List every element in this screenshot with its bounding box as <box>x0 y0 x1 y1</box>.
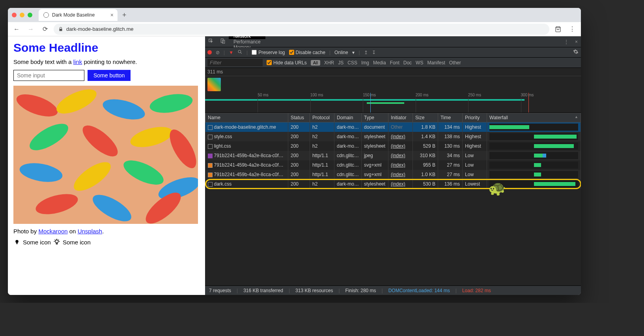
filter-type-media[interactable]: Media <box>373 60 386 66</box>
network-table: NameStatusProtocolDomainTypeInitiatorSiz… <box>205 113 581 285</box>
source-link[interactable]: Unsplash <box>78 228 103 235</box>
column-type[interactable]: Type <box>362 113 388 122</box>
filter-bar: Hide data URLs All XHRJSCSSImgMediaFontD… <box>205 58 581 68</box>
network-toolbar: ⊘ | ▼ | Preserve log Disable cache | Onl… <box>205 47 581 58</box>
icon-row: Some icon Some icon <box>13 238 200 246</box>
status-load: Load: 282 ms <box>462 288 491 293</box>
clear-button[interactable]: ⊘ <box>216 50 220 55</box>
tab-title: Dark Mode Baseline <box>52 12 95 18</box>
status-resources: 313 KB resources <box>295 288 333 293</box>
extensions-button[interactable] <box>553 24 564 35</box>
hero-image <box>13 86 198 224</box>
timeline[interactable]: 50 ms100 ms150 ms200 ms250 ms300 ms <box>205 93 581 113</box>
filter-type-img[interactable]: Img <box>361 60 369 66</box>
svg-rect-19 <box>56 243 57 244</box>
upload-har-icon[interactable]: ↥ <box>364 50 368 55</box>
timeline-tick: 100 ms <box>310 93 323 97</box>
lightbulb-icon <box>13 238 21 246</box>
network-row[interactable]: light.css200h2dark-mo…stylesheet(index)5… <box>205 141 581 151</box>
devtools-more-icon[interactable]: ⋮ <box>561 39 572 45</box>
author-link[interactable]: Mockaroon <box>38 228 67 235</box>
page-content: Some Headline Some body text with a link… <box>8 36 205 295</box>
filmstrip-thumb[interactable] <box>207 78 221 91</box>
url-text: dark-mode-baseline.glitch.me <box>66 26 134 32</box>
timeline-tick: 300 ms <box>521 93 534 97</box>
close-window-button[interactable] <box>12 13 17 17</box>
column-protocol[interactable]: Protocol <box>310 113 334 122</box>
reload-button[interactable]: ⟳ <box>39 24 50 35</box>
devtools-tab-performance[interactable]: Performance <box>229 39 265 45</box>
browser-tab[interactable]: Dark Mode Baseline × <box>39 9 118 21</box>
filter-toggle-icon[interactable]: ▼ <box>229 50 233 55</box>
window-controls <box>12 13 32 17</box>
menu-button[interactable]: ⋮ <box>567 24 578 35</box>
disable-cache-checkbox[interactable]: Disable cache <box>289 50 325 55</box>
status-finish: Finish: 280 ms <box>345 288 376 293</box>
network-row[interactable]: dark.css200h2dark-mo…stylesheet(index)53… <box>205 179 581 189</box>
column-domain[interactable]: Domain <box>334 113 362 122</box>
svg-point-16 <box>15 240 19 243</box>
back-button[interactable]: ← <box>11 24 22 35</box>
svg-rect-17 <box>17 243 18 244</box>
devtools-close-icon[interactable]: × <box>572 39 581 45</box>
timeline-tick: 150 ms <box>363 93 376 97</box>
column-size[interactable]: Size <box>413 113 438 122</box>
body-link[interactable]: link <box>73 58 82 65</box>
timeline-tick: 250 ms <box>468 93 481 97</box>
device-toggle-icon[interactable] <box>217 38 229 45</box>
column-time[interactable]: Time <box>438 113 463 122</box>
globe-icon <box>43 12 49 18</box>
new-tab-button[interactable]: + <box>122 11 127 19</box>
forward-button[interactable]: → <box>25 24 36 35</box>
minimize-window-button[interactable] <box>20 13 24 17</box>
browser-chrome: Dark Mode Baseline × + ← → ⟳ dark-mode-b… <box>8 8 581 36</box>
body-text: Some body text with a link pointing to n… <box>13 58 200 65</box>
hide-data-urls-checkbox[interactable]: Hide data URLs <box>267 60 307 66</box>
network-row[interactable]: 791b2241-459b-4a2e-8cca-c0fdc2…200http/1… <box>205 151 581 160</box>
column-initiator[interactable]: Initiator <box>388 113 413 122</box>
network-row[interactable]: style.css200h2dark-mo…stylesheet(index)1… <box>205 132 581 141</box>
network-row[interactable]: dark-mode-baseline.glitch.me200h2dark-mo… <box>205 122 581 132</box>
timeline-tick: 50 ms <box>258 93 268 97</box>
page-headline: Some Headline <box>13 41 200 54</box>
filter-type-ws[interactable]: WS <box>416 60 423 66</box>
svg-point-23 <box>238 50 241 53</box>
close-tab-icon[interactable]: × <box>110 12 114 18</box>
network-row[interactable]: 791b2241-459b-4a2e-8cca-c0fdc2…200http/1… <box>205 160 581 170</box>
filter-all[interactable]: All <box>311 60 320 66</box>
filter-type-js[interactable]: JS <box>338 60 343 66</box>
column-waterfall[interactable]: Waterfall▲ <box>487 113 581 122</box>
lightbulb-outline-icon <box>53 238 60 246</box>
filter-type-doc[interactable]: Doc <box>403 60 412 66</box>
filter-type-xhr[interactable]: XHR <box>324 60 334 66</box>
svg-point-18 <box>55 240 58 243</box>
status-requests: 7 requests <box>209 288 231 293</box>
network-row[interactable]: 791b2241-459b-4a2e-8cca-c0fdc2…200http/1… <box>205 170 581 179</box>
maximize-window-button[interactable] <box>28 13 32 17</box>
photo-credit: Photo by Mockaroon on Unsplash. <box>13 228 200 235</box>
url-field[interactable]: dark-mode-baseline.glitch.me <box>54 24 549 35</box>
status-dcl: DOMContentLoaded: 144 ms <box>388 288 450 293</box>
filter-type-other[interactable]: Other <box>449 60 461 66</box>
throttling-select[interactable]: Online ▾ <box>334 50 355 55</box>
filter-input[interactable] <box>207 59 263 66</box>
filter-type-manifest[interactable]: Manifest <box>427 60 445 66</box>
text-input[interactable] <box>13 70 84 81</box>
filter-type-font[interactable]: Font <box>390 60 399 66</box>
preserve-log-checkbox[interactable]: Preserve log <box>252 50 285 55</box>
browser-window: Dark Mode Baseline × + ← → ⟳ dark-mode-b… <box>8 8 581 295</box>
submit-button[interactable]: Some button <box>88 70 131 81</box>
filter-type-css[interactable]: CSS <box>347 60 357 66</box>
devtools-tabs: ElementsConsoleSourcesNetworkPerformance… <box>205 36 581 47</box>
shopping-bag-icon <box>555 26 561 32</box>
inspect-icon[interactable] <box>205 38 217 45</box>
column-status[interactable]: Status <box>288 113 310 122</box>
settings-icon[interactable] <box>573 49 579 56</box>
search-icon[interactable] <box>237 49 243 56</box>
record-button[interactable] <box>207 50 212 54</box>
column-priority[interactable]: Priority <box>463 113 487 122</box>
icon-label: Some icon <box>63 239 91 246</box>
column-name[interactable]: Name <box>205 113 288 122</box>
download-har-icon[interactable]: ↧ <box>372 50 376 55</box>
status-bar: 7 requests| 316 KB transferred| 313 KB r… <box>205 285 581 295</box>
